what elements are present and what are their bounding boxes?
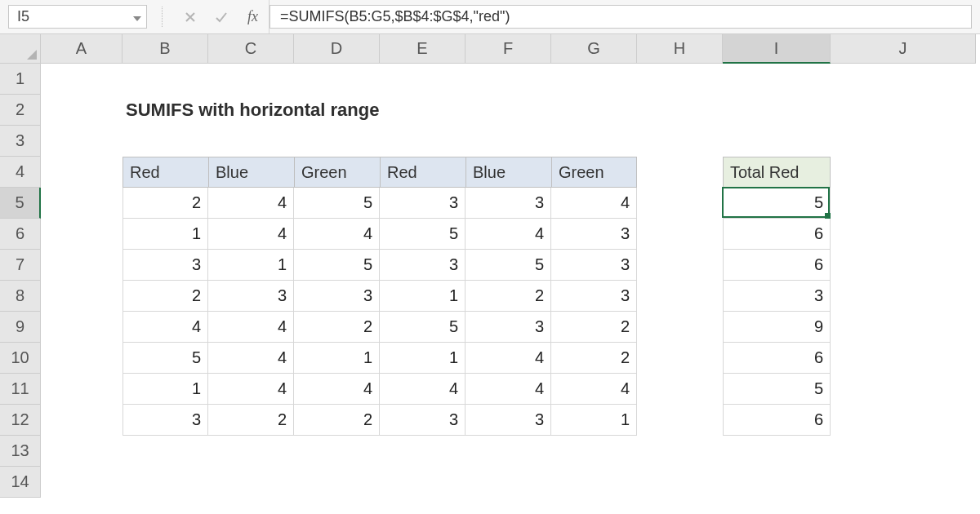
cell-H6[interactable] xyxy=(637,219,723,250)
cell-I5[interactable]: 5 xyxy=(723,188,831,219)
cell-D6[interactable]: 4 xyxy=(294,219,380,250)
cell-E4[interactable]: Red xyxy=(380,157,466,188)
cell-H10[interactable] xyxy=(637,343,723,374)
column-header-I[interactable]: I xyxy=(723,34,831,64)
row-header-10[interactable]: 10 xyxy=(0,343,41,374)
cell-C5[interactable]: 4 xyxy=(208,188,294,219)
cell-D7[interactable]: 5 xyxy=(294,250,380,281)
row-header-12[interactable]: 12 xyxy=(0,405,41,436)
cell-D5[interactable]: 5 xyxy=(294,188,380,219)
name-box[interactable]: I5 xyxy=(8,5,147,29)
cell-E12[interactable]: 3 xyxy=(380,405,466,436)
cell-B9[interactable]: 4 xyxy=(122,312,208,343)
cell-G14[interactable] xyxy=(551,467,637,498)
cell-F3[interactable] xyxy=(466,126,551,157)
cell-A2[interactable] xyxy=(41,95,122,126)
row-header-13[interactable]: 13 xyxy=(0,436,41,467)
cell-C1[interactable] xyxy=(208,64,294,95)
column-header-B[interactable]: B xyxy=(122,34,208,64)
cell-F13[interactable] xyxy=(466,436,551,467)
cell-J13[interactable] xyxy=(831,436,976,467)
cell-J14[interactable] xyxy=(831,467,976,498)
cell-G9[interactable]: 2 xyxy=(551,312,637,343)
cell-B1[interactable] xyxy=(122,64,208,95)
cell-J11[interactable] xyxy=(831,374,976,405)
cell-H7[interactable] xyxy=(637,250,723,281)
row-header-14[interactable]: 14 xyxy=(0,467,41,498)
row-header-9[interactable]: 9 xyxy=(0,312,41,343)
row-header-6[interactable]: 6 xyxy=(0,219,41,250)
cells-area[interactable]: SUMIFS with horizontal rangeRedBlueGreen… xyxy=(41,64,980,498)
cell-H9[interactable] xyxy=(637,312,723,343)
cell-A11[interactable] xyxy=(41,374,122,405)
cell-H5[interactable] xyxy=(637,188,723,219)
column-header-A[interactable]: A xyxy=(41,34,122,64)
cell-F14[interactable] xyxy=(466,467,551,498)
cell-E6[interactable]: 5 xyxy=(380,219,466,250)
cell-I1[interactable] xyxy=(723,64,831,95)
cell-G8[interactable]: 3 xyxy=(551,281,637,312)
cell-C7[interactable]: 1 xyxy=(208,250,294,281)
cell-D12[interactable]: 2 xyxy=(294,405,380,436)
cell-D1[interactable] xyxy=(294,64,380,95)
cell-A12[interactable] xyxy=(41,405,122,436)
enter-button[interactable] xyxy=(206,0,237,33)
cell-C9[interactable]: 4 xyxy=(208,312,294,343)
cell-G4[interactable]: Green xyxy=(551,157,637,188)
cell-D14[interactable] xyxy=(294,467,380,498)
cell-E1[interactable] xyxy=(380,64,466,95)
cell-F11[interactable]: 4 xyxy=(466,374,551,405)
column-header-H[interactable]: H xyxy=(637,34,723,64)
cell-J10[interactable] xyxy=(831,343,976,374)
cell-G1[interactable] xyxy=(551,64,637,95)
cell-H13[interactable] xyxy=(637,436,723,467)
cell-G5[interactable]: 4 xyxy=(551,188,637,219)
cell-G13[interactable] xyxy=(551,436,637,467)
cell-C6[interactable]: 4 xyxy=(208,219,294,250)
cell-G12[interactable]: 1 xyxy=(551,405,637,436)
cell-B5[interactable]: 2 xyxy=(122,188,208,219)
cell-E14[interactable] xyxy=(380,467,466,498)
cell-I9[interactable]: 9 xyxy=(723,312,831,343)
cell-J5[interactable] xyxy=(831,188,976,219)
cell-E9[interactable]: 5 xyxy=(380,312,466,343)
cell-C3[interactable] xyxy=(208,126,294,157)
cell-C2[interactable] xyxy=(208,95,294,126)
cell-E5[interactable]: 3 xyxy=(380,188,466,219)
cell-E11[interactable]: 4 xyxy=(380,374,466,405)
cell-I13[interactable] xyxy=(723,436,831,467)
cell-H14[interactable] xyxy=(637,467,723,498)
insert-function-button[interactable]: fx xyxy=(237,0,270,33)
cell-F7[interactable]: 5 xyxy=(466,250,551,281)
column-header-J[interactable]: J xyxy=(831,34,976,64)
cell-B3[interactable] xyxy=(122,126,208,157)
cell-H3[interactable] xyxy=(637,126,723,157)
cell-E8[interactable]: 1 xyxy=(380,281,466,312)
cell-I8[interactable]: 3 xyxy=(723,281,831,312)
formula-input[interactable]: =SUMIFS(B5:G5,$B$4:$G$4,"red") xyxy=(270,5,972,29)
cell-F8[interactable]: 2 xyxy=(466,281,551,312)
cell-A8[interactable] xyxy=(41,281,122,312)
cancel-button[interactable] xyxy=(175,0,206,33)
cell-A3[interactable] xyxy=(41,126,122,157)
cell-D11[interactable]: 4 xyxy=(294,374,380,405)
cell-J4[interactable] xyxy=(831,157,976,188)
cell-C4[interactable]: Blue xyxy=(208,157,294,188)
cell-F9[interactable]: 3 xyxy=(466,312,551,343)
cell-I10[interactable]: 6 xyxy=(723,343,831,374)
cell-D2[interactable] xyxy=(294,95,380,126)
cell-B2[interactable]: SUMIFS with horizontal range xyxy=(122,95,208,126)
column-header-F[interactable]: F xyxy=(466,34,551,64)
row-header-1[interactable]: 1 xyxy=(0,64,41,95)
column-header-E[interactable]: E xyxy=(380,34,466,64)
cell-B8[interactable]: 2 xyxy=(122,281,208,312)
cell-A1[interactable] xyxy=(41,64,122,95)
cell-G7[interactable]: 3 xyxy=(551,250,637,281)
cell-I6[interactable]: 6 xyxy=(723,219,831,250)
cell-F1[interactable] xyxy=(466,64,551,95)
cell-H12[interactable] xyxy=(637,405,723,436)
cell-D3[interactable] xyxy=(294,126,380,157)
cell-J6[interactable] xyxy=(831,219,976,250)
cell-A14[interactable] xyxy=(41,467,122,498)
cell-A7[interactable] xyxy=(41,250,122,281)
